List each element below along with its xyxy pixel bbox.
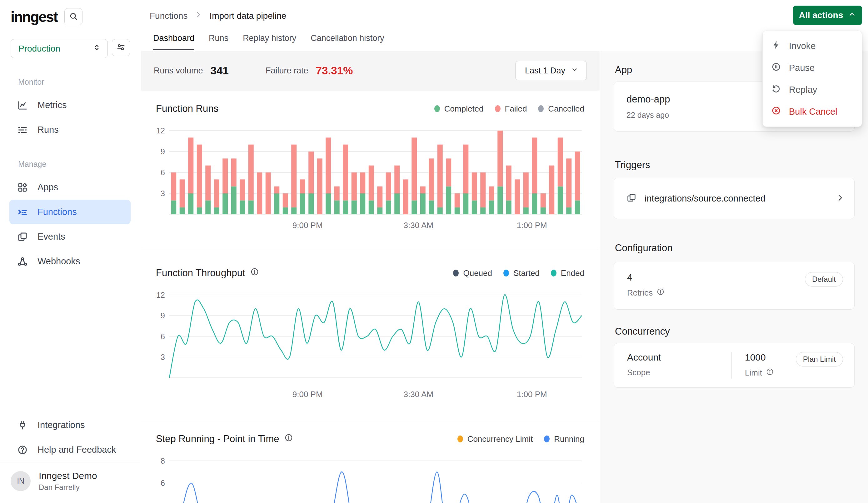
- sidebar-item-label: Metrics: [38, 100, 66, 110]
- sidebar-item-label: Events: [38, 232, 65, 242]
- svg-text:3: 3: [161, 353, 165, 361]
- menu-item-replay[interactable]: Replay: [763, 79, 862, 101]
- time-range-label: Last 1 Day: [525, 66, 565, 75]
- menu-item-invoke[interactable]: Invoke: [763, 35, 862, 57]
- tab-runs[interactable]: Runs: [209, 33, 228, 50]
- chevron-up-icon: [848, 10, 856, 21]
- sidebar-item-label: Webhooks: [38, 256, 80, 267]
- sidebar-item-label: Functions: [38, 207, 77, 217]
- trigger-card[interactable]: integrations/source.connected: [614, 178, 855, 219]
- sidebar-item-help[interactable]: Help and Feedback: [9, 438, 131, 462]
- chevron-right-icon: [194, 11, 203, 21]
- triggers-heading: Triggers: [615, 159, 650, 171]
- cancel-circle-icon: [772, 106, 781, 117]
- chevron-right-icon: [836, 193, 845, 204]
- tab-cancellation-history[interactable]: Cancellation history: [311, 33, 384, 50]
- events-icon: [17, 231, 28, 243]
- dashboard-main: Runs volume 341 Failure rate 73.31% Last…: [141, 51, 600, 503]
- step-running-title: Step Running - Point in Time: [156, 433, 279, 444]
- user-name: Dan Farrelly: [39, 483, 97, 492]
- legend-dot-completed: [434, 105, 440, 112]
- app-root: inngest Production Monitor: [0, 0, 868, 503]
- user-menu[interactable]: IN Inngest Demo Dan Farrelly: [0, 462, 140, 500]
- user-org: Inngest Demo: [39, 471, 97, 481]
- sidebar-item-events[interactable]: Events: [9, 224, 131, 249]
- stats-bar: Runs volume 341 Failure rate 73.31% Last…: [141, 51, 600, 91]
- search-button[interactable]: [64, 8, 82, 25]
- sidebar-item-integrations[interactable]: Integrations: [9, 413, 131, 438]
- info-icon[interactable]: [657, 288, 664, 298]
- function-throughput-title: Function Throughput: [156, 267, 245, 279]
- environment-selector[interactable]: Production: [11, 39, 108, 58]
- trigger-event-name: integrations/source.connected: [644, 193, 827, 204]
- menu-item-bulk-cancel[interactable]: Bulk Cancel: [763, 101, 862, 122]
- legend-dot-ended: [551, 270, 557, 277]
- menu-item-label: Pause: [789, 63, 815, 73]
- breadcrumb-functions[interactable]: Functions: [150, 11, 187, 21]
- function-throughput-chart: 369129:00 PM3:30 AM1:00 PM: [152, 291, 589, 402]
- concurrency-heading: Concurrency: [615, 326, 670, 337]
- retries-label: Retries: [627, 288, 653, 298]
- step-running-chart: 86: [152, 454, 589, 503]
- metrics-icon: [17, 100, 28, 111]
- menu-item-label: Replay: [789, 85, 817, 95]
- sidebar-item-functions[interactable]: Functions: [9, 199, 131, 224]
- legend-dot-running: [544, 435, 550, 442]
- plan-limit-badge: Plan Limit: [796, 352, 843, 367]
- legend-dot-started: [503, 270, 509, 277]
- sidebar: inngest Production Monitor: [0, 0, 140, 503]
- apps-icon: [17, 182, 28, 193]
- search-icon: [69, 12, 78, 22]
- function-throughput-section: Function Throughput Queued Started Ended…: [141, 250, 600, 420]
- breadcrumb: Functions Import data pipeline: [150, 11, 286, 21]
- info-icon[interactable]: [284, 433, 293, 444]
- breadcrumb-current: Import data pipeline: [209, 11, 286, 21]
- svg-text:6: 6: [161, 332, 165, 341]
- scope-label: Scope: [627, 368, 650, 377]
- svg-text:6: 6: [161, 479, 165, 487]
- info-icon[interactable]: [250, 267, 259, 279]
- environment-settings-button[interactable]: [112, 39, 130, 56]
- sidebar-item-label: Help and Feedback: [38, 444, 116, 455]
- svg-text:9: 9: [161, 147, 165, 156]
- all-actions-button[interactable]: All actions: [793, 6, 862, 25]
- failure-rate-stat: Failure rate 73.31%: [266, 64, 353, 77]
- avatar: IN: [11, 471, 31, 491]
- time-range-selector[interactable]: Last 1 Day: [515, 61, 587, 80]
- tab-dashboard[interactable]: Dashboard: [153, 33, 194, 50]
- runs-list-icon: [17, 124, 28, 136]
- runs-volume-label: Runs volume: [154, 66, 203, 75]
- svg-text:1:00 PM: 1:00 PM: [517, 220, 547, 230]
- failure-rate-value: 73.31%: [316, 64, 353, 77]
- legend-label: Concurrency Limit: [467, 434, 533, 444]
- function-runs-chart: 369129:00 PM3:30 AM1:00 PM: [152, 126, 589, 232]
- svg-text:3:30 AM: 3:30 AM: [404, 390, 433, 399]
- concurrency-card: Account Scope 1000 Limit Plan Limit: [614, 343, 855, 388]
- scope-value: Account: [627, 352, 732, 363]
- legend-dot-concurrency-limit: [457, 435, 463, 442]
- chevron-down-icon: [571, 66, 578, 75]
- svg-text:12: 12: [156, 126, 165, 135]
- lightning-icon: [772, 40, 781, 52]
- sidebar-item-label: Runs: [38, 125, 59, 135]
- tab-replay-history[interactable]: Replay history: [243, 33, 296, 50]
- legend-dot-queued: [453, 270, 459, 277]
- sidebar-item-apps[interactable]: Apps: [9, 175, 131, 199]
- legend-dot-cancelled: [538, 105, 544, 112]
- event-icon: [627, 193, 637, 204]
- svg-text:9: 9: [161, 311, 165, 320]
- function-runs-title: Function Runs: [156, 103, 218, 114]
- sidebar-item-runs[interactable]: Runs: [9, 117, 131, 142]
- sidebar-item-metrics[interactable]: Metrics: [9, 93, 131, 117]
- sidebar-item-webhooks[interactable]: Webhooks: [9, 249, 131, 274]
- legend-label: Running: [554, 434, 584, 444]
- menu-item-pause[interactable]: Pause: [763, 57, 862, 79]
- replay-icon: [772, 84, 781, 95]
- webhooks-icon: [17, 256, 28, 267]
- plug-icon: [17, 420, 28, 431]
- menu-item-label: Bulk Cancel: [789, 106, 837, 117]
- info-icon[interactable]: [766, 368, 774, 378]
- sidebar-footer: Integrations Help and Feedback IN Innges…: [0, 413, 140, 503]
- app-heading: App: [615, 64, 632, 75]
- sidebar-item-label: Integrations: [38, 420, 85, 430]
